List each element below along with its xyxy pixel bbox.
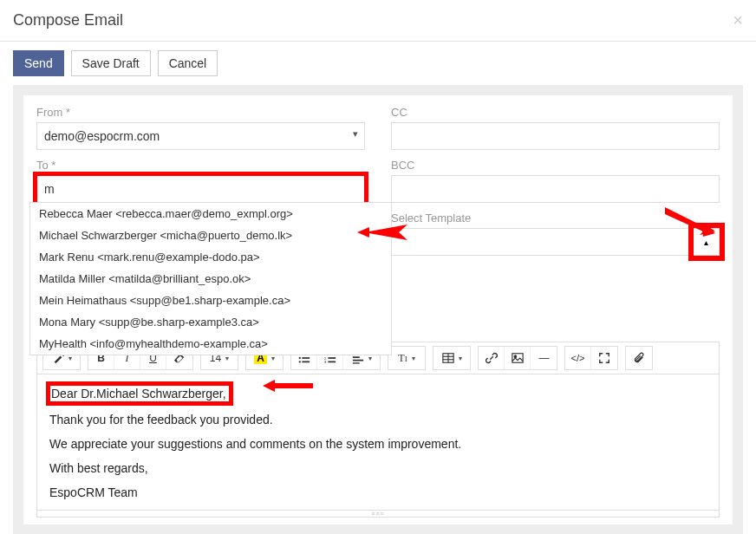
from-select[interactable]: demo@espocrm.com — [36, 122, 365, 150]
bcc-label: BCC — [391, 159, 720, 172]
svg-rect-7 — [302, 357, 310, 359]
svg-rect-14 — [328, 361, 336, 363]
table-icon — [442, 352, 454, 364]
to-label: To * — [36, 159, 365, 172]
hr-button[interactable]: — — [531, 347, 557, 369]
body-line: We appreciate your suggestions and comme… — [49, 437, 707, 451]
code-view-button[interactable]: </> — [565, 347, 591, 369]
svg-rect-18 — [352, 362, 359, 363]
svg-rect-8 — [302, 361, 310, 363]
attachment-button[interactable] — [626, 347, 652, 369]
cancel-button[interactable]: Cancel — [158, 50, 218, 76]
list-item[interactable]: MyHealth <info@myhealthdemo-example.ca> — [30, 333, 391, 355]
to-input[interactable] — [36, 175, 365, 203]
list-item[interactable]: Matilda Miller <matilda@brilliant_espo.o… — [30, 268, 391, 290]
chevron-up-icon: ▴ — [704, 238, 708, 247]
list-item[interactable]: Rebecca Maer <rebecca.maer@demo_exmpl.or… — [30, 203, 391, 225]
body-line: With best regards, — [49, 461, 707, 475]
svg-rect-16 — [352, 356, 359, 358]
editor-body[interactable]: Dear Dr.Michael Schwarzberger, Thank you… — [36, 374, 720, 511]
save-draft-button[interactable]: Save Draft — [71, 50, 151, 76]
template-expand-button[interactable]: ▴ — [694, 228, 720, 256]
fullscreen-icon — [598, 352, 610, 364]
action-button-row: Send Save Draft Cancel — [0, 42, 756, 85]
svg-text:3: 3 — [324, 360, 327, 364]
fullscreen-button[interactable] — [591, 347, 617, 369]
list-item[interactable]: Mona Mary <supp@be.sharp-example3.ca> — [30, 311, 391, 333]
svg-rect-23 — [512, 354, 522, 363]
send-button[interactable]: Send — [13, 50, 64, 76]
list-item[interactable]: Michael Schwarzberger <micha@puerto_demo… — [30, 225, 391, 246]
cc-input[interactable] — [391, 122, 720, 150]
modal-title: Compose Email — [13, 11, 123, 29]
body-line: EspoCRM Team — [49, 485, 707, 499]
paragraph-button[interactable]: TI▾ — [388, 347, 425, 369]
bcc-input[interactable] — [391, 175, 720, 203]
to-autocomplete-dropdown: Rebecca Maer <rebecca.maer@demo_exmpl.or… — [29, 202, 392, 355]
close-icon[interactable]: × — [733, 10, 743, 30]
table-button[interactable]: ▾ — [433, 347, 470, 369]
link-button[interactable] — [479, 347, 505, 369]
list-item[interactable]: Mark Renu <mark.renu@example-dodo.pa> — [30, 246, 391, 268]
greeting-line: Dear Dr.Michael Schwarzberger, — [49, 385, 230, 402]
image-icon — [512, 352, 524, 364]
editor-resize-handle[interactable]: ≡≡≡ — [36, 511, 720, 518]
from-label: From * — [36, 106, 365, 119]
svg-point-5 — [298, 361, 300, 362]
paperclip-icon — [633, 352, 645, 364]
cc-label: CC — [391, 106, 720, 119]
svg-rect-13 — [328, 357, 336, 359]
list-item[interactable]: Mein Heimathaus <supp@be1.sharp-example.… — [30, 290, 391, 311]
svg-point-4 — [298, 357, 300, 359]
body-line: Thank you for the feedback you provided. — [49, 413, 707, 427]
svg-rect-17 — [352, 360, 362, 361]
image-button[interactable] — [505, 347, 531, 369]
template-label: Select Template — [391, 212, 720, 225]
link-icon — [486, 352, 498, 364]
template-input[interactable] — [391, 228, 694, 256]
svg-point-24 — [514, 355, 517, 358]
